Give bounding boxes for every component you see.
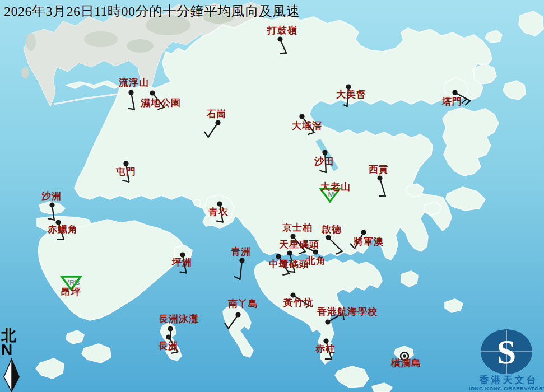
station-label-green-island: 青洲 [231,247,251,257]
station-dot-waglan-island [403,354,406,358]
station-label-star-ferry: 天星碼頭 [279,240,319,250]
hko-logo-chinese: 香港天文台 [479,375,538,385]
station-label-kings-park: 京士柏 [282,223,313,233]
station-label-wetland-park: 濕地公園 [141,98,181,108]
station-label-lau-fau-shan: 流浮山 [119,78,149,88]
hko-logo-monogram: S [497,333,516,371]
station-label-sha-chau: 沙洲 [41,192,62,202]
urban-patch [127,39,154,53]
islet [26,33,36,51]
station-label-hk-sea-school: 香港航海學校 [317,307,378,317]
station-label-chek-lap-kok: 赤鱲角 [48,225,78,235]
station-label-central-pier: 中環碼頭 [269,259,309,269]
station-label-stanley: 赤柱 [315,344,336,354]
compass-letter: N [1,342,24,358]
wind-barb-feather-ta-kwu-ling [280,53,286,54]
wind-barb-feather-stanley [326,359,332,360]
station-label-ta-kwu-ling: 打鼓嶺 [267,26,297,36]
compass-north: 北 N [1,328,24,392]
station-label-tuen-mun: 屯門 [116,167,136,177]
station-label-tai-mei-tuk: 大美督 [336,90,366,100]
station-label-peng-chau: 坪洲 [172,258,192,268]
station-label-tates-cairn: 大老山 [320,182,351,192]
station-label-cheung-chau: 長洲 [158,341,178,351]
wind-map-stage: MVRB 打鼓嶺流浮山濕地公園石崗大美督塔門大埔滘沙田西貢屯門沙洲赤鱲角青衣大老… [0,0,544,392]
islet [21,67,29,78]
hko-logo-english: HONG KONG OBSERVATORY [469,385,544,391]
station-label-wong-chuk-hang: 黃竹坑 [283,298,314,308]
station-label-tap-mun: 塔門 [442,97,462,107]
map-title: 2026年3月26日11時00分的十分鐘平均風向及風速 [4,2,300,20]
station-label-tseung-kwan-o: 將軍澳 [354,237,384,247]
station-label-ngong-ping: 昂坪 [61,287,81,297]
station-label-sha-tin: 沙田 [314,157,334,167]
hko-logo: S 香港天文台 HONG KONG OBSERVATORY [469,325,544,392]
station-label-cheung-chau-beach: 長洲泳灘 [159,314,199,324]
station-label-tai-po-kau: 大埔滘 [292,121,322,131]
station-label-sai-kung: 西貢 [369,165,389,175]
compass-needle-icon [1,358,24,392]
hong-kong-map: MVRB [0,0,544,392]
station-label-tsing-yi: 青衣 [208,207,229,217]
station-label-shek-kong: 石崗 [207,109,227,119]
station-label-lamma-island: 南丫島 [228,299,258,309]
wind-barb-feather-star-ferry [289,272,295,272]
station-label-kai-tak: 啟德 [322,225,342,235]
station-label-waglan-island: 橫瀾島 [391,358,421,368]
wind-barb-feather-sai-kung [379,196,385,197]
land-ma-wan [194,199,201,206]
urban-patch [84,31,118,47]
